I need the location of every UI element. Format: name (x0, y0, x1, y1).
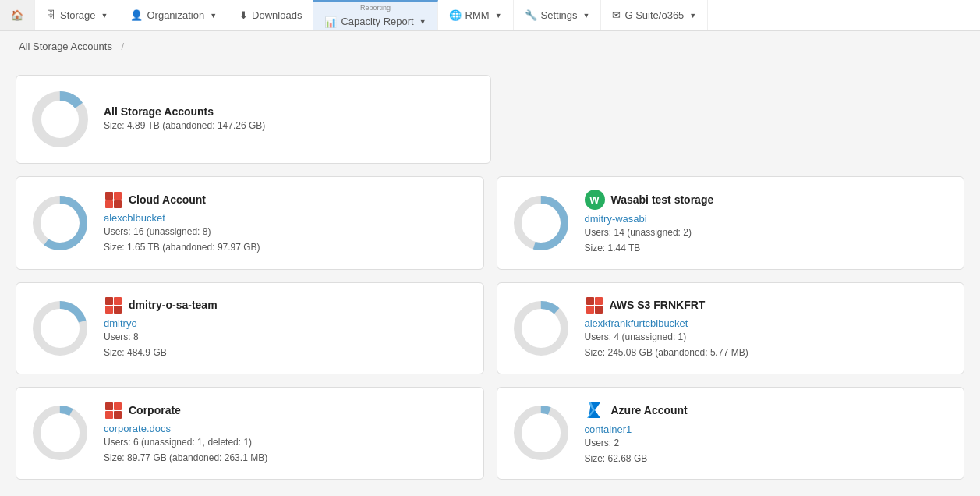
dmitryo-content: dmitry-o-sa-team dmitryo Users: 8 Size: … (104, 296, 471, 361)
nav-reporting-label: Capacity Report (341, 16, 413, 28)
storage-caret: ▼ (101, 12, 108, 19)
storage-red-icon (104, 190, 122, 209)
corporate-card: Corporate corporate.docs Users: 6 (unass… (16, 387, 484, 480)
nav-storage-label: Storage (60, 9, 96, 21)
cloud-account-size: Size: 1.65 TB (abandoned: 97.97 GB) (104, 239, 471, 255)
dmitryo-link[interactable]: dmitryo (104, 317, 137, 329)
aws-size: Size: 245.08 GB (abandoned: 5.77 MB) (585, 345, 952, 360)
wasabi-icon: W (585, 190, 605, 210)
wasabi-users: Users: 14 (unassigned: 2) (585, 225, 952, 240)
azure-users: Users: 2 (585, 435, 952, 451)
all-storage-card: All Storage Accounts Size: 4.89 TB (aban… (16, 75, 491, 164)
cloud-account-users: Users: 16 (unassigned: 8) (104, 224, 471, 239)
nav-rmm[interactable]: 🌐 RMM ▼ (438, 0, 514, 30)
all-storage-card-wrapper: All Storage Accounts Size: 4.89 TB (aban… (16, 75, 964, 164)
aws-title: AWS S3 FRNKFRT (610, 299, 706, 311)
svg-rect-18 (586, 297, 594, 305)
azure-card: Azure Account container1 Users: 2 Size: … (497, 387, 965, 480)
svg-rect-13 (114, 297, 122, 305)
svg-rect-7 (114, 200, 122, 208)
cloud-account-link[interactable]: alexcblbucket (104, 212, 165, 224)
downloads-icon: ⬇ (239, 9, 248, 21)
settings-caret: ▼ (583, 12, 590, 19)
svg-rect-15 (114, 306, 122, 314)
cloud-account-card: Cloud Account alexcblbucket Users: 16 (u… (16, 176, 484, 270)
aws-donut (510, 297, 572, 360)
nav-downloads[interactable]: ⬇ Downloads (228, 0, 313, 30)
svg-point-22 (37, 409, 83, 456)
svg-rect-14 (105, 306, 113, 314)
nav-reporting-sublabel: Reporting (360, 5, 391, 12)
wasabi-size: Size: 1.44 TB (585, 240, 952, 256)
wasabi-link[interactable]: dmitry-wasabi (585, 213, 647, 225)
rmm-caret: ▼ (495, 12, 502, 19)
cloud-account-donut (29, 192, 91, 254)
svg-rect-4 (105, 192, 113, 200)
aws-users: Users: 4 (unassigned: 1) (585, 329, 952, 345)
azure-title: Azure Account (611, 404, 688, 416)
organization-caret: ▼ (210, 12, 217, 19)
all-storage-donut (29, 88, 91, 151)
rmm-icon: 🌐 (449, 9, 462, 21)
all-storage-detail: Size: 4.89 TB (abandoned: 147.26 GB) (104, 118, 478, 133)
all-storage-content: All Storage Accounts Size: 4.89 TB (aban… (104, 105, 478, 133)
storage-card-grid: Cloud Account alexcblbucket Users: 16 (u… (16, 176, 964, 480)
nav-rmm-label: RMM (465, 9, 490, 21)
nav-gsuite[interactable]: ✉ G Suite/o365 ▼ (601, 0, 708, 30)
wasabi-title: Wasabi test storage (611, 193, 714, 206)
aws-content: AWS S3 FRNKFRT alexkfrankfurtcblbucket U… (585, 296, 952, 361)
storage-red-icon-4 (104, 401, 122, 420)
cloud-account-content: Cloud Account alexcblbucket Users: 16 (u… (104, 190, 471, 256)
corporate-users: Users: 6 (unassigned: 1, deleted: 1) (104, 434, 471, 450)
dmitryo-title: dmitry-o-sa-team (129, 299, 218, 311)
top-navigation: 🏠 🗄 Storage ▼ 👤 Organization ▼ ⬇ Downloa… (0, 0, 980, 31)
dmitryo-size: Size: 484.9 GB (104, 345, 471, 360)
wasabi-content: W Wasabi test storage dmitry-wasabi User… (585, 190, 952, 257)
corporate-content: Corporate corporate.docs Users: 6 (unass… (104, 401, 471, 466)
nav-downloads-label: Downloads (252, 9, 302, 21)
svg-rect-5 (114, 192, 122, 200)
svg-rect-24 (105, 402, 113, 410)
nav-organization[interactable]: 👤 Organization ▼ (119, 0, 228, 30)
organization-icon: 👤 (130, 9, 143, 21)
wasabi-card: W Wasabi test storage dmitry-wasabi User… (497, 176, 965, 270)
svg-rect-12 (105, 297, 113, 305)
azure-size: Size: 62.68 GB (585, 451, 952, 466)
dmitryo-users: Users: 8 (104, 329, 471, 345)
azure-link[interactable]: container1 (585, 423, 632, 435)
reporting-icon: 📊 (324, 16, 337, 28)
reporting-caret: ▼ (419, 18, 426, 26)
cloud-account-title: Cloud Account (129, 193, 206, 206)
nav-reporting[interactable]: Reporting 📊 Capacity Report ▼ (313, 0, 437, 30)
azure-donut (510, 402, 572, 464)
nav-home[interactable]: 🏠 (0, 0, 35, 30)
storage-icon: 🗄 (46, 9, 56, 21)
storage-red-icon-2 (104, 296, 122, 314)
breadcrumb-separator: / (122, 41, 125, 52)
nav-settings[interactable]: 🔧 Settings ▼ (514, 0, 602, 30)
svg-rect-6 (105, 200, 113, 208)
svg-rect-25 (114, 402, 122, 410)
storage-red-icon-3 (585, 296, 603, 314)
gsuite-icon: ✉ (612, 9, 621, 21)
breadcrumb: All Storage Accounts / (0, 31, 980, 62)
corporate-size: Size: 89.77 GB (abandoned: 263.1 MB) (104, 450, 471, 466)
svg-point-28 (518, 409, 564, 456)
aws-link[interactable]: alexkfrankfurtcblbucket (585, 317, 688, 329)
svg-rect-20 (586, 306, 594, 314)
breadcrumb-item[interactable]: All Storage Accounts (19, 41, 112, 52)
nav-settings-label: Settings (541, 9, 578, 21)
aws-card: AWS S3 FRNKFRT alexkfrankfurtcblbucket U… (497, 282, 965, 374)
nav-gsuite-label: G Suite/o365 (624, 9, 684, 21)
nav-storage[interactable]: 🗄 Storage ▼ (35, 0, 119, 30)
svg-rect-26 (105, 411, 113, 419)
azure-icon (585, 400, 605, 420)
azure-content: Azure Account container1 Users: 2 Size: … (585, 400, 952, 467)
all-storage-title: All Storage Accounts (104, 105, 478, 118)
corporate-link[interactable]: corporate.docs (104, 423, 171, 434)
svg-rect-19 (595, 297, 603, 305)
svg-rect-21 (595, 306, 603, 314)
nav-organization-label: Organization (147, 9, 204, 21)
corporate-donut (29, 402, 91, 464)
svg-point-16 (518, 305, 564, 352)
